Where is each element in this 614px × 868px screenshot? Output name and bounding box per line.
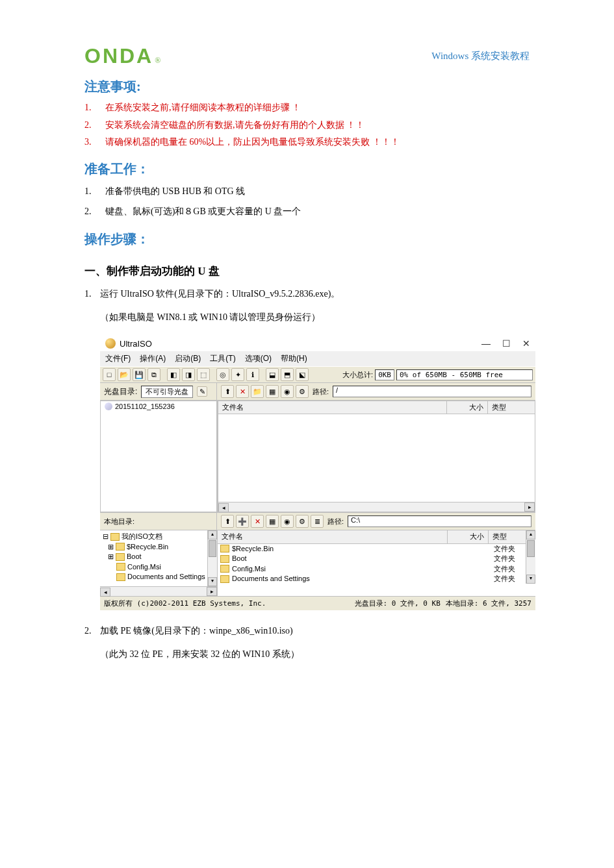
col-size-bot[interactable]: 大小	[448, 530, 489, 543]
tb-8-icon[interactable]: ◎	[216, 368, 229, 381]
col-size-top[interactable]: 大小	[447, 401, 488, 414]
tree-vscroll[interactable]: ▴ ▾	[207, 530, 217, 586]
delete2-icon[interactable]: ✕	[251, 515, 264, 528]
disc-file-pane[interactable]: 文件名 大小 类型 ◂ ▸	[218, 401, 535, 512]
saveas-icon[interactable]: ⧉	[147, 368, 160, 381]
step-num-1: 1.	[84, 285, 100, 303]
local-tree-pane[interactable]: ⊟我的ISO文档 ⊞$Recycle.Bin ⊞Boot Config.Msi …	[100, 530, 217, 586]
size-free: 0% of 650MB - 650MB free	[396, 369, 533, 380]
scroll-down-icon[interactable]: ▾	[208, 577, 217, 586]
col-name-top[interactable]: 文件名	[218, 401, 447, 414]
tb-12-icon[interactable]: ⬒	[281, 368, 294, 381]
menu-boot[interactable]: 启动(B)	[175, 353, 201, 364]
scroll-left-icon[interactable]: ◂	[218, 503, 229, 512]
disc-tree-item[interactable]: 20151102_155236	[115, 403, 175, 410]
local-file-pane[interactable]: 文件名 大小 类型 $Recycle.Bin文件夹 Boot文件夹 Config…	[218, 530, 535, 584]
tb-r4-icon[interactable]: ▦	[266, 385, 279, 398]
warnings-list: 1.在系统安装之前,请仔细阅读本教程的详细步骤 ！ 2.安装系统会清空磁盘的所有…	[84, 99, 530, 151]
new-icon[interactable]: □	[103, 368, 116, 381]
step1-2-text: 加载 PE 镜像(见目录下的：winpe_x86_win10.iso)	[100, 622, 293, 640]
file-vscroll[interactable]: ▴ ▾	[526, 530, 535, 584]
scroll-thumb[interactable]	[209, 540, 216, 557]
col-name-bot[interactable]: 文件名	[218, 530, 448, 543]
step1-2-note: （此为 32 位 PE，用来安装 32 位的 WIN10 系统）	[100, 645, 530, 663]
tree-item-1[interactable]: $Recycle.Bin	[127, 542, 168, 552]
disc-label-value[interactable]: 不可引导光盘	[141, 386, 193, 398]
disc-dir-label: 光盘目录:	[104, 386, 137, 397]
logo: ONDA ®	[84, 45, 160, 66]
tb-b6-icon[interactable]: ⚙	[296, 515, 309, 528]
disc-icon	[105, 403, 112, 410]
up-folder-icon[interactable]: ⬆	[221, 385, 234, 398]
app-icon	[105, 338, 116, 349]
add-icon[interactable]: ➕	[236, 515, 249, 528]
menu-tools[interactable]: 工具(T)	[210, 353, 235, 364]
tb-9-icon[interactable]: ✦	[231, 368, 244, 381]
warning-2: 安装系统会清空磁盘的所有数据,请先备份好有用的个人数据 ！！	[105, 117, 365, 134]
prep-list: 1.准备带供电的 USB HUB 和 OTG 线 2.键盘、鼠标(可选)和８GB…	[84, 182, 530, 222]
tree-expand-icon[interactable]: ⊞	[108, 542, 114, 552]
save-icon[interactable]: 💾	[133, 368, 146, 381]
tb-r6-icon[interactable]: ⚙	[296, 385, 309, 398]
menu-options[interactable]: 选项(O)	[245, 353, 272, 364]
tree-item-2[interactable]: Boot	[127, 552, 142, 562]
tree-root[interactable]: 我的ISO文档	[122, 532, 162, 541]
minimize-button[interactable]: —	[481, 338, 491, 349]
col-type-top[interactable]: 类型	[488, 401, 535, 414]
tb-5-icon[interactable]: ◧	[167, 368, 180, 381]
tree-expand-icon[interactable]: ⊞	[108, 552, 114, 562]
list-item[interactable]: $Recycle.Bin文件夹	[218, 544, 535, 554]
scroll-down-icon[interactable]: ▾	[526, 575, 535, 584]
warning-3: 请确保机器的电量在 60%以上，防止因为电量低导致系统安装失败 ！！！	[105, 134, 400, 151]
tree-expand-icon[interactable]: ⊟	[103, 532, 109, 541]
scroll-right-icon[interactable]: ▸	[524, 502, 535, 512]
tb-13-icon[interactable]: ⬕	[296, 368, 309, 381]
warnings-heading: 注意事项:	[84, 78, 530, 95]
list-item[interactable]: Boot文件夹	[218, 554, 535, 564]
hscroll-top[interactable]: ◂ ▸	[218, 502, 535, 512]
open-icon[interactable]: 📂	[118, 368, 131, 381]
scroll-up-icon[interactable]: ▴	[526, 530, 535, 539]
tree-item-4[interactable]: Documents and Settings	[127, 572, 205, 582]
up-folder2-icon[interactable]: ⬆	[221, 515, 234, 528]
delete-icon[interactable]: ✕	[236, 385, 249, 398]
path-value-bottom[interactable]: C:\	[348, 515, 531, 527]
statusbar: 版权所有 (c)2002-2011 EZB Systems, Inc. 光盘目录…	[100, 596, 535, 610]
step-num-2: 2.	[84, 622, 100, 640]
tb-b7-icon[interactable]: ≣	[311, 515, 324, 528]
tree-hscroll[interactable]: ◂ ▸	[100, 586, 217, 596]
disc-label-icon[interactable]: ✎	[197, 386, 207, 397]
size-kb: 0KB	[375, 369, 394, 380]
scroll-left-icon[interactable]: ◂	[100, 588, 110, 597]
size-total-label: 大小总计:	[342, 370, 373, 380]
tb-b5-icon[interactable]: ◉	[281, 515, 294, 528]
tb-r5-icon[interactable]: ◉	[281, 385, 294, 398]
maximize-button[interactable]: ☐	[502, 338, 511, 349]
scroll-right-icon[interactable]: ▸	[207, 587, 217, 596]
prep-2: 键盘、鼠标(可选)和８GB 或更大容量的 U 盘一个	[105, 202, 301, 222]
list-item[interactable]: Config.Msi文件夹	[218, 564, 535, 574]
folder-icon	[220, 565, 229, 573]
tb-11-icon[interactable]: ⬓	[266, 368, 279, 381]
main-toolbar: □ 📂 💾 ⧉ ◧ ◨ ⬚ ◎ ✦ ℹ ⬓ ⬒ ⬕ 大小总计: 0KB 0% o…	[100, 366, 535, 383]
menu-help[interactable]: 帮助(H)	[281, 353, 307, 364]
list-item[interactable]: Documents and Settings文件夹	[218, 574, 535, 584]
folder-icon	[116, 543, 125, 551]
menubar: 文件(F) 操作(A) 启动(B) 工具(T) 选项(O) 帮助(H)	[100, 351, 535, 366]
menu-action[interactable]: 操作(A)	[140, 353, 166, 364]
status-local: 本地目录: 6 文件, 3257	[446, 599, 531, 608]
path-value-top[interactable]: /	[333, 386, 531, 397]
scroll-thumb[interactable]	[527, 540, 535, 557]
scroll-up-icon[interactable]: ▴	[208, 530, 217, 539]
menu-file[interactable]: 文件(F)	[105, 353, 131, 364]
warn-num-2: 2.	[84, 117, 105, 134]
disc-tree-pane[interactable]: 20151102_155236	[100, 401, 217, 512]
new-folder-icon[interactable]: 📁	[251, 385, 264, 398]
step1-1-note: （如果电脑是 WIN8.1 或 WIN10 请以管理员身份运行）	[100, 308, 530, 327]
tb-b4-icon[interactable]: ▦	[266, 515, 279, 528]
tree-item-3[interactable]: Config.Msi	[127, 562, 161, 572]
tb-10-icon[interactable]: ℹ	[246, 368, 259, 381]
tb-7-icon[interactable]: ⬚	[197, 368, 210, 381]
close-button[interactable]: ✕	[522, 338, 530, 349]
tb-6-icon[interactable]: ◨	[182, 368, 195, 381]
